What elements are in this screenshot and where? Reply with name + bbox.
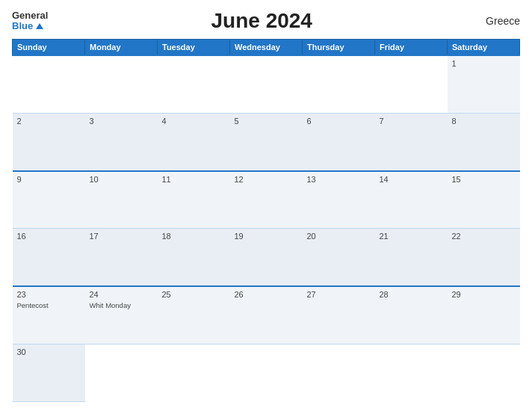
day-number: 4 [162, 117, 226, 126]
day-number: 11 [162, 175, 226, 184]
calendar-cell: 14 [375, 171, 448, 229]
country-label: Greece [475, 15, 520, 27]
calendar-week-row: 30 [13, 344, 520, 401]
day-number: 29 [452, 290, 516, 299]
calendar-cell [158, 55, 230, 113]
day-number: 9 [17, 175, 81, 184]
calendar-cell: 2 [13, 113, 85, 170]
calendar-cell: 29 [448, 286, 520, 344]
day-number: 24 [90, 290, 153, 299]
calendar-cell: 15 [448, 171, 520, 229]
col-tuesday: Tuesday [158, 40, 230, 56]
logo-triangle-icon [36, 23, 43, 29]
calendar-cell: 28 [375, 286, 448, 344]
holiday-label: Pentecost [17, 301, 49, 309]
calendar-cell: 22 [448, 229, 520, 286]
calendar-cell: 7 [375, 113, 448, 170]
day-number: 7 [380, 117, 443, 126]
day-number: 19 [235, 232, 298, 241]
calendar-cell: 13 [303, 171, 375, 229]
calendar-cell [85, 344, 158, 401]
logo-blue: Blue [12, 21, 48, 31]
calendar-cell [85, 55, 158, 113]
calendar-week-row: 2345678 [13, 113, 520, 170]
day-number: 8 [452, 117, 516, 126]
calendar-cell: 26 [230, 286, 303, 344]
col-saturday: Saturday [448, 40, 520, 56]
day-number: 21 [380, 232, 443, 241]
calendar-page: General Blue June 2024 Greece Sunday Mon… [0, 0, 532, 411]
holiday-label: Whit Monday [90, 301, 131, 309]
calendar-cell: 30 [13, 344, 85, 401]
calendar-cell: 10 [85, 171, 158, 229]
calendar-cell [158, 344, 230, 401]
day-number: 14 [380, 175, 443, 184]
day-number: 16 [17, 232, 81, 241]
calendar-cell: 3 [85, 113, 158, 170]
col-thursday: Thursday [303, 40, 375, 56]
col-wednesday: Wednesday [230, 40, 303, 56]
calendar-table: Sunday Monday Tuesday Wednesday Thursday… [12, 39, 520, 402]
day-number: 18 [162, 232, 226, 241]
calendar-cell: 20 [303, 229, 375, 286]
col-monday: Monday [85, 40, 158, 56]
calendar-cell: 1 [448, 55, 520, 113]
day-number: 17 [90, 232, 153, 241]
calendar-cell: 4 [158, 113, 230, 170]
day-number: 23 [17, 290, 81, 299]
calendar-cell: 23Pentecost [13, 286, 85, 344]
day-number: 28 [380, 290, 443, 299]
calendar-week-row: 16171819202122 [13, 229, 520, 286]
logo-general: General [12, 10, 48, 21]
day-number: 15 [452, 175, 516, 184]
calendar-week-row: 9101112131415 [13, 171, 520, 229]
calendar-cell: 9 [13, 171, 85, 229]
day-number: 1 [452, 59, 516, 68]
calendar-cell: 25 [158, 286, 230, 344]
calendar-title: June 2024 [48, 9, 475, 33]
logo: General Blue [12, 10, 48, 32]
calendar-cell: 18 [158, 229, 230, 286]
day-number: 30 [17, 347, 81, 356]
day-number: 27 [307, 290, 371, 299]
calendar-cell [375, 55, 448, 113]
weekday-header-row: Sunday Monday Tuesday Wednesday Thursday… [13, 40, 520, 56]
calendar-week-row: 1 [13, 55, 520, 113]
calendar-cell: 24Whit Monday [85, 286, 158, 344]
col-friday: Friday [375, 40, 448, 56]
calendar-cell [303, 55, 375, 113]
day-number: 6 [307, 117, 371, 126]
day-number: 22 [452, 232, 516, 241]
calendar-cell [448, 344, 520, 401]
day-number: 25 [162, 290, 226, 299]
calendar-cell: 19 [230, 229, 303, 286]
calendar-cell [303, 344, 375, 401]
calendar-cell: 12 [230, 171, 303, 229]
day-number: 3 [90, 117, 153, 126]
header: General Blue June 2024 Greece [12, 9, 520, 33]
day-number: 10 [90, 175, 153, 184]
calendar-cell: 5 [230, 113, 303, 170]
col-sunday: Sunday [13, 40, 85, 56]
day-number: 2 [17, 117, 81, 126]
calendar-cell [375, 344, 448, 401]
calendar-cell [230, 344, 303, 401]
calendar-cell: 17 [85, 229, 158, 286]
calendar-cell [230, 55, 303, 113]
calendar-week-row: 23Pentecost24Whit Monday2526272829 [13, 286, 520, 344]
day-number: 13 [307, 175, 371, 184]
calendar-cell: 16 [13, 229, 85, 286]
calendar-cell [13, 55, 85, 113]
day-number: 26 [235, 290, 298, 299]
calendar-cell: 8 [448, 113, 520, 170]
day-number: 12 [235, 175, 298, 184]
calendar-cell: 6 [303, 113, 375, 170]
calendar-cell: 27 [303, 286, 375, 344]
day-number: 5 [235, 117, 298, 126]
calendar-cell: 21 [375, 229, 448, 286]
day-number: 20 [307, 232, 371, 241]
calendar-cell: 11 [158, 171, 230, 229]
